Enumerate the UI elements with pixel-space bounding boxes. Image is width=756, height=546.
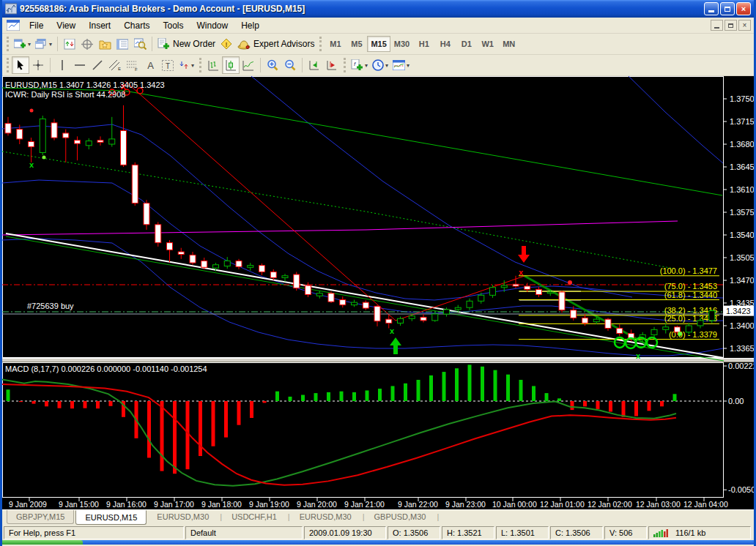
- toolbar-separator: [152, 37, 152, 51]
- auto-scroll-button[interactable]: [305, 56, 323, 74]
- fib-label: (75.0) - 1.3453: [664, 282, 717, 291]
- dropdown-arrow-icon: ▾: [365, 62, 368, 69]
- candle-body: [155, 225, 161, 243]
- restore-button[interactable]: [720, 2, 735, 15]
- mt4-window: 925568186: Arab Financial Brokers - Demo…: [0, 0, 756, 546]
- toolbar-grip[interactable]: [199, 58, 201, 72]
- market-watch-button[interactable]: [61, 35, 78, 53]
- templates-button[interactable]: ▾: [390, 56, 412, 74]
- toolbar-grip[interactable]: [7, 37, 9, 51]
- menu-tools[interactable]: Tools: [157, 19, 190, 32]
- candle-body: [17, 130, 23, 139]
- periods-button[interactable]: ▾: [370, 56, 390, 74]
- status-profile[interactable]: Default: [185, 526, 303, 539]
- candle-body: [75, 141, 81, 143]
- timeframe-w1-button[interactable]: W1: [477, 36, 498, 52]
- close-button[interactable]: ×: [736, 2, 751, 15]
- data-window-button[interactable]: [78, 35, 96, 53]
- macd-bar: [186, 401, 190, 469]
- zoom-out-button[interactable]: [281, 56, 299, 74]
- toolbar-grip[interactable]: [344, 58, 346, 72]
- new-chart-button[interactable]: ▾: [12, 35, 33, 53]
- metaeditor-button[interactable]: !: [218, 35, 235, 53]
- candlestick-chart-button[interactable]: [222, 56, 240, 74]
- candle-body: [513, 284, 519, 286]
- crosshair-button[interactable]: [29, 56, 47, 74]
- timeframe-m30-button[interactable]: M30: [390, 36, 413, 52]
- timeframe-m15-button[interactable]: M15: [367, 36, 390, 52]
- new-order-button[interactable]: New Order: [155, 35, 218, 53]
- candle-body: [282, 276, 288, 278]
- current-price-tag: 1.3423: [726, 307, 751, 315]
- toolbar-grip[interactable]: [7, 58, 9, 72]
- tab-eurusd-m30[interactable]: EURUSD,M30: [148, 510, 218, 523]
- svg-text:E: E: [118, 67, 121, 71]
- tab-gbpjpy-m15[interactable]: GBPJPY,M15: [7, 510, 74, 524]
- menu-help[interactable]: Help: [234, 19, 266, 32]
- status-help-text: For Help, press F1: [4, 526, 184, 539]
- menu-view[interactable]: View: [50, 19, 82, 32]
- fibonacci-button[interactable]: F: [124, 56, 141, 74]
- candle-body: [432, 314, 438, 321]
- macd-bar: [250, 401, 253, 418]
- candle-body: [109, 139, 115, 144]
- timeframe-mn-button[interactable]: MN: [498, 36, 519, 52]
- text-label-button[interactable]: T: [159, 56, 177, 74]
- strategy-tester-button[interactable]: [131, 35, 149, 53]
- cursor-button[interactable]: [12, 56, 29, 74]
- tab-eurusd-m30-2[interactable]: EURUSD,M30: [291, 510, 360, 523]
- navigator-button[interactable]: [96, 35, 114, 53]
- zoom-in-icon: [267, 59, 278, 71]
- tab-eurusd-m15[interactable]: EURUSD,M15: [75, 510, 147, 525]
- indicator-info: ICWR: Daily RSI is Short 44.2908: [5, 90, 125, 99]
- indicators-button[interactable]: f ▾: [349, 56, 370, 74]
- timeframe-h4-button[interactable]: H4: [434, 36, 456, 52]
- tab-usdchf-h1[interactable]: USDCHF,H1: [223, 510, 286, 523]
- macd-bar: [532, 386, 536, 401]
- macd-bar: [673, 394, 677, 401]
- tab-gbpusd-m30[interactable]: GBPUSD,M30: [365, 510, 434, 523]
- clock-icon: [372, 59, 384, 71]
- equidistant-channel-button[interactable]: E: [106, 56, 124, 74]
- arrows-button[interactable]: ▾: [177, 56, 196, 74]
- candle-body: [386, 319, 392, 323]
- menu-insert[interactable]: Insert: [82, 19, 117, 32]
- price-label: 1.3750: [730, 94, 754, 103]
- menu-window[interactable]: Window: [190, 19, 235, 32]
- menu-charts[interactable]: Charts: [117, 19, 156, 32]
- timeframe-d1-button[interactable]: D1: [456, 36, 477, 52]
- chart-window-icon[interactable]: [7, 20, 20, 31]
- vertical-line-button[interactable]: [53, 56, 71, 74]
- minimize-button[interactable]: [704, 2, 719, 15]
- timeframe-m1-button[interactable]: M1: [325, 36, 346, 52]
- toolbar-separator: [57, 37, 58, 51]
- text-button[interactable]: A: [141, 56, 159, 74]
- profiles-button[interactable]: ▾: [33, 35, 54, 53]
- zoom-in-button[interactable]: [264, 56, 281, 74]
- timeframe-m5-button[interactable]: M5: [346, 36, 367, 52]
- candle-body: [617, 329, 623, 334]
- status-quote-time: 2009.01.09 19:30: [304, 526, 386, 539]
- toolbar-grip[interactable]: [319, 37, 322, 51]
- fib-label: (100.0) - 1.3477: [660, 266, 717, 275]
- price-chart-canvas[interactable]: (100.0) - 1.3477(75.0) - 1.3453(61.8) - …: [2, 76, 754, 509]
- child-minimize-button[interactable]: [711, 20, 723, 31]
- menu-file[interactable]: File: [23, 19, 50, 32]
- line-chart-button[interactable]: [240, 56, 257, 74]
- time-label: 12 Jan 01:00: [540, 500, 585, 509]
- macd-bar: [275, 392, 279, 401]
- expert-advisors-button[interactable]: Expert Advisors: [235, 35, 316, 53]
- start-button-sliver[interactable]: [2, 540, 83, 545]
- terminal-button[interactable]: [114, 35, 131, 53]
- timeframe-h1-button[interactable]: H1: [413, 36, 434, 52]
- child-close-button[interactable]: ×: [738, 20, 751, 31]
- horizontal-line-button[interactable]: [71, 56, 89, 74]
- macd-bar: [58, 401, 62, 408]
- time-axis[interactable]: 9 Jan 20099 Jan 15:009 Jan 16:009 Jan 17…: [9, 498, 728, 509]
- chart-shift-button[interactable]: [323, 56, 341, 74]
- child-restore-button[interactable]: [724, 20, 737, 31]
- macd-bar: [301, 395, 305, 401]
- trendline-button[interactable]: [89, 56, 106, 74]
- restore-icon: [724, 7, 730, 12]
- bar-chart-button[interactable]: [204, 56, 222, 74]
